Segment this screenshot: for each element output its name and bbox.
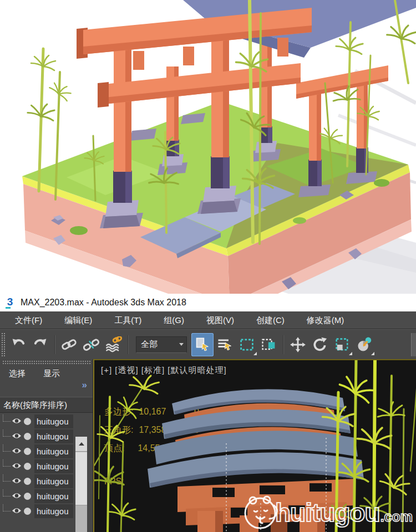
render-toggle-dot-icon[interactable]	[24, 478, 31, 485]
scrollbar[interactable]	[75, 437, 87, 532]
window-crossing-icon	[261, 336, 277, 353]
selection-filter-dropdown[interactable]: 全部	[136, 336, 187, 353]
select-and-rotate-button[interactable]	[309, 333, 331, 356]
visibility-eye-icon[interactable]	[12, 477, 22, 487]
menu-item-create[interactable]: 创建(C)	[249, 311, 292, 329]
undo-icon	[10, 336, 27, 353]
render-toggle-dot-icon[interactable]	[24, 418, 31, 425]
tree-branch-line	[3, 444, 11, 452]
clipped-toolbar-button[interactable]	[411, 333, 416, 356]
watermark-tld: .com	[381, 501, 413, 525]
unlink-icon	[83, 336, 100, 353]
render-toggle-dot-icon[interactable]	[24, 448, 31, 455]
move-icon	[290, 336, 306, 353]
undo-button[interactable]	[7, 333, 29, 356]
dropdown-arrow-icon[interactable]	[176, 337, 186, 352]
scroll-up-button[interactable]	[75, 437, 87, 452]
tree-branch-line	[3, 429, 11, 437]
object-name[interactable]: huitugou	[34, 489, 73, 503]
select-and-scale-button[interactable]	[331, 333, 353, 356]
menu-item-views[interactable]: 视图(V)	[199, 311, 241, 329]
render-preview-image	[0, 0, 416, 294]
select-place-icon	[356, 336, 373, 353]
object-name[interactable]: huitugou	[34, 444, 73, 458]
application-window: 3 MAX_2203.max - Autodesk 3ds Max 2018 文…	[0, 0, 416, 532]
window-crossing-toggle-button[interactable]	[258, 333, 280, 356]
visibility-eye-icon[interactable]	[12, 447, 22, 457]
object-name[interactable]: huitugou	[34, 415, 73, 428]
visibility-eye-icon[interactable]	[12, 417, 22, 427]
name-column-header[interactable]: 名称(按降序排序)	[0, 397, 93, 413]
link-icon	[61, 336, 78, 353]
panel-drag-handle[interactable]	[2, 360, 90, 364]
menu-item-modifiers[interactable]: 修改器(M)	[300, 311, 352, 329]
select-object-icon	[194, 336, 211, 353]
select-object-button[interactable]	[191, 333, 214, 356]
menu-bar: 文件(F) 编辑(E) 工具(T) 组(G) 视图(V) 创建(C) 修改器(M…	[0, 311, 416, 329]
perspective-viewport[interactable]: [+] [透视] [标准] [默认明暗处理] 多边形:10,1670 三角形:1…	[93, 359, 416, 532]
tab-select[interactable]: 选择	[9, 369, 26, 379]
rectangular-selection-region-button[interactable]	[236, 333, 258, 356]
toolbar-separator	[54, 335, 55, 354]
main-toolbar: 全部	[0, 329, 416, 359]
tree-branch-line	[3, 459, 11, 467]
redo-icon	[32, 336, 49, 353]
tree-branch-line	[3, 415, 11, 422]
scene-object-row[interactable]: huitugou	[0, 414, 93, 429]
window-title: MAX_2203.max - Autodesk 3ds Max 2018	[21, 298, 186, 308]
visibility-eye-icon[interactable]	[12, 492, 22, 502]
scrollbar-thumb[interactable]	[75, 452, 87, 505]
bind-space-warp-icon	[105, 336, 122, 353]
menu-item-edit[interactable]: 编辑(E)	[57, 311, 99, 329]
select-and-move-button[interactable]	[287, 333, 309, 356]
viewport-label[interactable]: [+] [透视] [标准] [默认明暗处理]	[101, 365, 227, 376]
selection-filter-value: 全部	[136, 339, 176, 350]
render-toggle-dot-icon[interactable]	[24, 433, 31, 440]
workspace: 选择 显示 » 名称(按降序排序) huitugou huitugou	[0, 359, 416, 532]
scale-icon	[334, 336, 351, 353]
tree-branch-line	[3, 474, 11, 482]
menu-item-tools[interactable]: 工具(T)	[107, 311, 149, 329]
unlink-selection-button[interactable]	[80, 333, 103, 356]
visibility-eye-icon[interactable]	[12, 507, 22, 516]
3ds-max-logo-icon: 3	[4, 296, 16, 309]
select-and-link-button[interactable]	[58, 333, 80, 356]
render-toggle-dot-icon[interactable]	[24, 508, 31, 515]
toolbar-separator	[128, 335, 129, 354]
menu-item-file[interactable]: 文件(F)	[8, 311, 49, 329]
visibility-eye-icon[interactable]	[12, 432, 22, 442]
toolbar-separator	[283, 335, 284, 354]
bind-to-space-warp-button[interactable]	[103, 333, 125, 356]
panel-tabs: 选择 显示	[0, 364, 93, 379]
object-name[interactable]: huitugou	[34, 474, 73, 488]
torii-diorama-illustration	[0, 0, 416, 294]
rotate-icon	[312, 336, 328, 353]
render-toggle-dot-icon[interactable]	[24, 493, 31, 500]
tree-branch-line	[3, 489, 11, 497]
panel-expand-chevron-icon[interactable]: »	[82, 381, 87, 389]
object-name[interactable]: huitugou	[34, 429, 73, 443]
object-name[interactable]: huitugou	[34, 504, 73, 518]
tree-branch-line	[3, 504, 11, 511]
visibility-eye-icon[interactable]	[12, 462, 22, 472]
toolbar-drag-handle[interactable]	[1, 332, 5, 357]
select-and-place-button[interactable]	[353, 333, 376, 356]
rectangular-region-icon	[239, 336, 255, 353]
redo-button[interactable]	[29, 333, 52, 356]
title-bar: 3 MAX_2203.max - Autodesk 3ds Max 2018	[0, 294, 416, 311]
menu-item-group[interactable]: 组(G)	[156, 311, 191, 329]
object-name[interactable]: huitugou	[34, 459, 73, 473]
scene-explorer-panel: 选择 显示 » 名称(按降序排序) huitugou huitugou	[0, 359, 93, 532]
watermark-brand: huitugou	[275, 498, 380, 528]
select-by-name-button[interactable]	[214, 333, 236, 356]
watermark: huitugou .com	[242, 493, 413, 532]
select-by-name-icon	[216, 336, 233, 353]
tab-display[interactable]: 显示	[43, 369, 60, 379]
render-toggle-dot-icon[interactable]	[24, 463, 31, 470]
